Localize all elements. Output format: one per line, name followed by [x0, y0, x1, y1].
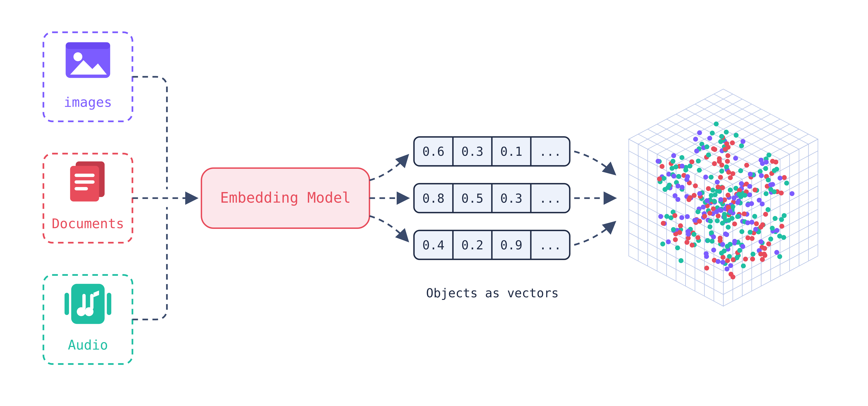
scatter-point: [759, 173, 764, 178]
scatter-point: [706, 153, 711, 157]
document-icon: [70, 161, 105, 201]
scatter-point: [735, 200, 740, 205]
scatter-point: [697, 191, 702, 196]
scatter-point: [731, 275, 735, 279]
scatter-point: [719, 251, 724, 255]
scatter-point: [709, 175, 713, 180]
scatter-point: [703, 175, 708, 179]
scatter-point: [750, 236, 754, 241]
arrow-model-to-vector-0: [369, 156, 407, 180]
scatter-point: [719, 162, 724, 167]
scatter-point: [757, 198, 762, 202]
scatter-point: [705, 145, 709, 149]
scatter-point: [686, 197, 691, 202]
vector-cell: ...: [539, 145, 561, 159]
scatter-point: [725, 153, 730, 158]
scatter-point: [734, 133, 739, 138]
scatter-point: [671, 227, 676, 232]
scatter-point: [684, 240, 689, 245]
scatter-point: [716, 259, 720, 264]
scatter-point: [695, 210, 700, 214]
scatter-point: [782, 213, 786, 218]
scatter-point: [720, 185, 725, 190]
scatter-point: [711, 248, 716, 252]
scatter-point: [724, 232, 729, 237]
scatter-point: [764, 160, 769, 164]
scatter-point: [725, 244, 730, 249]
scatter-point: [724, 164, 729, 169]
svg-rect-12: [107, 293, 111, 315]
scatter-point: [726, 225, 731, 229]
scatter-point: [773, 216, 778, 221]
scatter-point: [725, 193, 730, 198]
svg-point-17: [85, 307, 93, 316]
scatter-point: [737, 248, 742, 253]
scatter-point: [723, 218, 728, 223]
scatter-point: [692, 193, 696, 198]
scatter-point: [732, 239, 737, 244]
scatter-point: [671, 159, 675, 164]
scatter-point: [764, 191, 769, 196]
input-documents-label: Documents: [52, 216, 124, 231]
scatter-point: [749, 201, 754, 206]
scatter-point: [725, 258, 730, 263]
scatter-point: [722, 212, 727, 217]
scatter-point: [743, 257, 748, 261]
scatter-point: [721, 255, 725, 260]
scatter-point: [730, 171, 735, 176]
scatter-point: [774, 228, 779, 233]
scatter-point: [789, 191, 795, 196]
scatter-point: [672, 213, 677, 218]
scatter-point: [656, 159, 660, 164]
scatter-point: [684, 177, 689, 182]
scatter-point: [671, 153, 676, 158]
scatter-point: [766, 242, 771, 246]
input-documents: Documents: [43, 154, 132, 243]
scatter-point: [693, 137, 698, 142]
scatter-point: [758, 224, 763, 229]
scatter-point: [754, 221, 759, 226]
scatter-point: [719, 134, 724, 139]
scatter-point: [772, 168, 777, 173]
svg-rect-15: [90, 294, 93, 309]
scatter-point: [675, 245, 680, 250]
scatter-point: [683, 167, 688, 173]
scatter-point: [774, 250, 779, 255]
scatter-point: [779, 224, 784, 229]
scatter-point: [777, 254, 782, 259]
scatter-point: [706, 186, 711, 191]
scatter-point: [697, 219, 702, 224]
scatter-point: [733, 156, 738, 161]
scatter-point: [730, 204, 735, 209]
scatter-point: [701, 205, 706, 210]
scatter-point: [748, 230, 752, 235]
scatter-point: [772, 189, 776, 194]
scatter-point: [728, 263, 733, 268]
scatter-point: [660, 242, 665, 246]
scatter-point: [742, 193, 747, 198]
scatter-point: [781, 235, 786, 240]
scatter-point: [672, 174, 676, 179]
scatter-point: [686, 229, 690, 234]
scatter-point: [738, 168, 743, 173]
scatter-point: [732, 222, 737, 226]
vectors: 0.60.30.1...0.80.50.3...0.40.20.9...: [414, 137, 570, 259]
scatter-point: [720, 242, 725, 247]
scatter-point: [715, 180, 720, 185]
svg-rect-11: [65, 293, 69, 315]
scatter-point: [744, 163, 749, 167]
vector-cell: 0.5: [461, 191, 483, 206]
arrow-model-to-vector-2: [369, 216, 407, 241]
scatter-point: [667, 183, 672, 188]
scatter-point: [741, 139, 745, 144]
scatter-point: [663, 187, 668, 192]
scatter-point: [718, 197, 723, 202]
scatter-point: [760, 257, 765, 262]
vector-cell: 0.3: [461, 145, 483, 159]
scatter-point: [725, 159, 730, 164]
vector-row: 0.40.20.9...: [414, 230, 570, 259]
scatter-point: [770, 159, 775, 164]
scatter-point: [735, 214, 740, 219]
scatter-point: [704, 251, 709, 256]
scatter-point: [685, 214, 690, 219]
